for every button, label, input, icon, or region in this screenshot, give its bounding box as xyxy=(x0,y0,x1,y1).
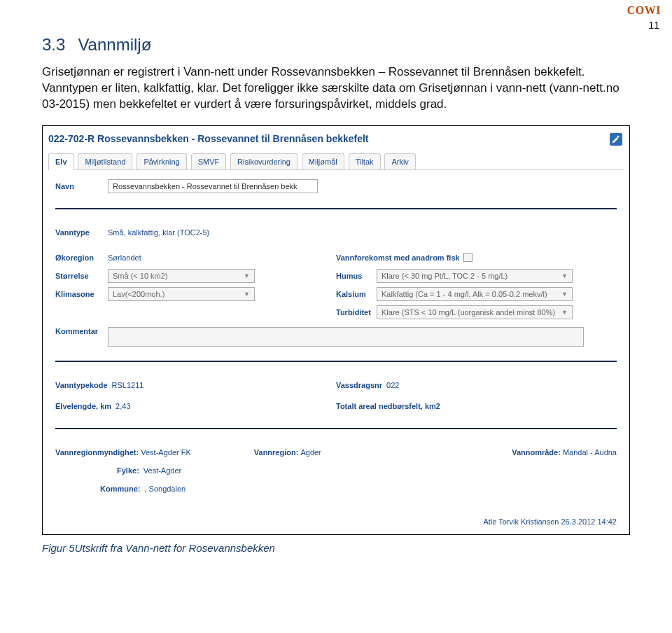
separator xyxy=(55,428,617,429)
document-page: COWI 11 3.3Vannmiljø Grisetjønnan er reg… xyxy=(0,0,672,596)
storrelse-select[interactable]: Små (< 10 km2)▼ xyxy=(108,269,255,283)
chevron-down-icon: ▼ xyxy=(244,291,250,298)
screenshot-panel: 022-702-R Rossevannsbekken - Rossevannet… xyxy=(42,125,630,535)
section-heading: 3.3Vannmiljø xyxy=(42,35,630,55)
tab-miljomal[interactable]: Miljømål xyxy=(302,153,344,169)
tab-risikovurdering[interactable]: Risikovurdering xyxy=(230,153,298,169)
okoregion-label: Økoregion xyxy=(55,253,108,262)
panel-title: 022-702-R Rossevannsbekken - Rossevannet… xyxy=(46,129,626,148)
separator xyxy=(55,208,617,209)
kommune-value: , Songdalen xyxy=(144,485,186,493)
anadrom-checkbox[interactable] xyxy=(463,253,472,262)
vanntype-label: Vanntype xyxy=(55,228,108,237)
kalsium-select[interactable]: Kalkfattig (Ca = 1 - 4 mg/l, Alk = 0.05-… xyxy=(377,287,573,301)
vanntypekode-label: Vanntypekode xyxy=(55,381,108,389)
navn-input[interactable] xyxy=(108,179,318,193)
tab-elv[interactable]: Elv xyxy=(48,153,74,170)
tab-tiltak[interactable]: Tiltak xyxy=(349,153,381,169)
storrelse-label: Størrelse xyxy=(55,272,108,280)
fylke-label: Fylke: xyxy=(117,466,139,475)
vannregion: Vannregion: Agder xyxy=(254,448,321,457)
kommentar-textarea[interactable] xyxy=(108,327,584,347)
turbiditet-select[interactable]: Klare (STS < 10 mg/L (uorganisk andel mi… xyxy=(377,305,573,319)
body-text: Grisetjønnan er registrert i Vann-nett u… xyxy=(42,64,630,113)
vassdragsnr-label: Vassdragsnr xyxy=(336,381,382,389)
humus-select[interactable]: Klare (< 30 mg Pt/L, TOC 2 - 5 mg/L)▼ xyxy=(377,269,573,283)
form-area: Navn xyxy=(46,170,626,201)
page-number: 11 xyxy=(648,20,659,31)
klimasone-select[interactable]: Lav(<200moh.)▼ xyxy=(108,287,255,301)
vanntypekode-value: RSL1211 xyxy=(112,381,144,389)
vannomrade: Vannområde: Mandal - Audna xyxy=(512,448,617,457)
separator xyxy=(55,361,617,362)
kommentar-label: Kommentar xyxy=(55,327,108,335)
elvelengde-label: Elvelengde, km xyxy=(55,402,111,410)
chevron-down-icon: ▼ xyxy=(244,272,250,279)
figure-caption: Figur 5Utskrift fra Vann-nett for Roseva… xyxy=(42,542,630,554)
tab-bar: Elv Miljøtilstand Påvirkning SMVF Risiko… xyxy=(48,151,624,170)
kommune-label: Kommune: xyxy=(100,485,140,493)
anadrom-label: Vannforekomst med anadrom fisk xyxy=(336,253,463,262)
tab-pavirkning[interactable]: Påvirkning xyxy=(136,153,186,169)
chevron-down-icon: ▼ xyxy=(561,309,568,316)
signature-line: Atle Torvik Kristiansen 26.3.2012 14:42 xyxy=(46,503,626,526)
edit-icon[interactable] xyxy=(610,133,622,146)
heading-title: Vannmiljø xyxy=(78,35,151,54)
turbiditet-label: Turbiditet xyxy=(336,308,377,316)
areal-label: Totalt areal nedbørsfelt, km2 xyxy=(336,402,440,410)
elvelengde-value: 2,43 xyxy=(115,402,130,410)
vanntype-value: Små, kalkfattig, klar (TOC2-5) xyxy=(108,228,209,237)
tab-smvf[interactable]: SMVF xyxy=(191,153,227,169)
brand-logo: COWI xyxy=(627,4,661,17)
okoregion-value: Sørlandet xyxy=(108,253,141,262)
chevron-down-icon: ▼ xyxy=(561,291,568,298)
tab-arkiv[interactable]: Arkiv xyxy=(384,153,415,169)
klimasone-label: Klimasone xyxy=(55,290,108,298)
humus-label: Humus xyxy=(336,272,377,280)
chevron-down-icon: ▼ xyxy=(561,272,568,279)
fylke-value: Vest-Agder xyxy=(144,466,181,475)
heading-number: 3.3 xyxy=(42,35,65,55)
vannregionmyndighet: Vannregionmyndighet: Vest-Agder FK xyxy=(55,448,191,457)
tab-miljotilstand[interactable]: Miljøtilstand xyxy=(78,153,132,169)
vassdragsnr-value: 022 xyxy=(386,381,399,389)
kalsium-label: Kalsium xyxy=(336,290,377,298)
navn-label: Navn xyxy=(55,182,108,190)
